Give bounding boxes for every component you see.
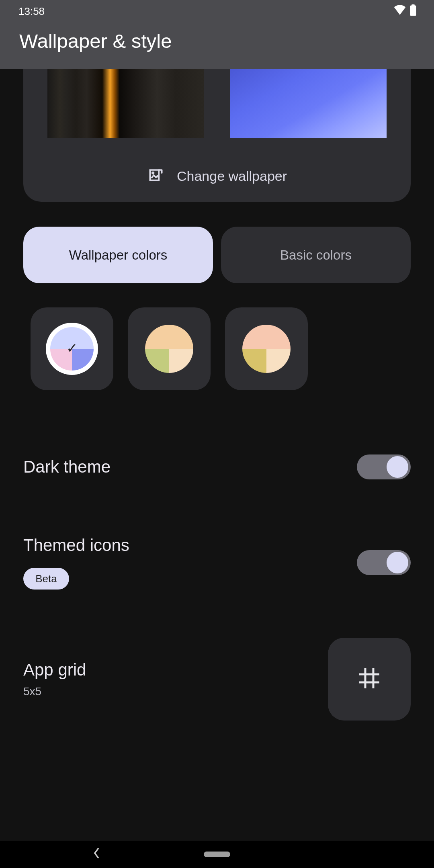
wallpaper-preview-card: Change wallpaper xyxy=(23,69,411,202)
status-icons xyxy=(394,4,416,18)
dark-theme-label: Dark theme xyxy=(23,457,111,477)
palette-icon xyxy=(145,325,193,373)
color-swatches: ✓ xyxy=(31,307,434,390)
dark-theme-row[interactable]: Dark theme xyxy=(23,442,411,524)
app-grid-label: App grid xyxy=(23,660,86,680)
status-bar: 13:58 xyxy=(0,0,434,23)
palette-icon xyxy=(242,325,291,373)
tab-basic-colors-label: Basic colors xyxy=(280,248,352,263)
beta-badge: Beta xyxy=(23,568,69,590)
lock-wallpaper-preview[interactable] xyxy=(230,69,387,138)
wallpaper-previews xyxy=(47,69,387,138)
gesture-handle[interactable] xyxy=(204,852,230,857)
tab-wallpaper-colors-label: Wallpaper colors xyxy=(69,248,168,263)
svg-rect-1 xyxy=(411,4,415,6)
switch-thumb xyxy=(387,552,408,573)
grid-icon xyxy=(357,666,381,692)
app-grid-value: 5x5 xyxy=(23,685,86,698)
app-grid-row[interactable]: App grid 5x5 xyxy=(23,626,411,741)
navigation-bar xyxy=(0,841,434,868)
dark-theme-switch[interactable] xyxy=(357,454,411,479)
back-icon[interactable] xyxy=(92,848,100,862)
color-swatch-1[interactable]: ✓ xyxy=(31,307,113,390)
change-wallpaper-button[interactable]: Change wallpaper xyxy=(147,166,287,186)
app-grid-preview[interactable] xyxy=(328,638,411,721)
change-wallpaper-label: Change wallpaper xyxy=(177,168,287,184)
check-icon: ✓ xyxy=(66,340,78,356)
themed-icons-switch[interactable] xyxy=(357,550,411,575)
home-wallpaper-preview[interactable] xyxy=(47,69,204,138)
clock: 13:58 xyxy=(18,5,45,18)
app-bar: Wallpaper & style xyxy=(0,23,434,69)
color-source-tabs: Wallpaper colors Basic colors xyxy=(23,227,411,283)
tab-basic-colors[interactable]: Basic colors xyxy=(221,227,411,283)
battery-icon xyxy=(410,4,416,18)
themed-icons-label: Themed icons xyxy=(23,536,129,555)
image-icon xyxy=(147,166,165,186)
tab-wallpaper-colors[interactable]: Wallpaper colors xyxy=(23,227,213,283)
switch-thumb xyxy=(387,456,408,478)
svg-point-2 xyxy=(152,172,154,174)
settings-section: Dark theme Themed icons Beta App grid 5x… xyxy=(23,442,411,741)
page-title: Wallpaper & style xyxy=(19,30,415,52)
wifi-icon xyxy=(394,5,406,18)
themed-icons-row[interactable]: Themed icons Beta xyxy=(23,524,411,626)
color-swatch-2[interactable] xyxy=(128,307,211,390)
color-swatch-3[interactable] xyxy=(225,307,308,390)
svg-rect-0 xyxy=(410,5,416,15)
